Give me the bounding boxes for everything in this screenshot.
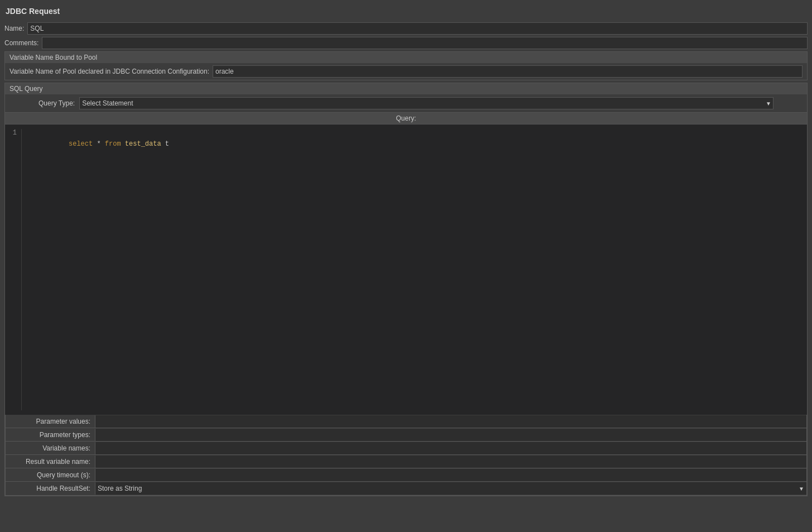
query-label: Query: — [396, 114, 416, 122]
table-alias: t — [161, 140, 169, 148]
keyword-select: select — [69, 140, 93, 148]
code-content[interactable]: select * from test_data t — [22, 129, 807, 410]
page-title: JDBC Request — [4, 4, 808, 18]
pool-row: Variable Name of Pool declared in JDBC C… — [5, 63, 807, 80]
main-container: JDBC Request Name: Comments: Variable Na… — [0, 0, 812, 503]
query-timeout-label: Query timeout (s): — [6, 469, 95, 481]
handle-resultset-label: Handle ResultSet: — [6, 483, 95, 494]
query-timeout-row: Query timeout (s): — [6, 468, 806, 482]
variable-names-label: Variable names: — [6, 443, 95, 454]
name-input[interactable] — [27, 22, 808, 35]
table-name: test_data — [121, 140, 161, 148]
result-variable-name-label: Result variable name: — [6, 456, 95, 467]
parameter-values-label: Parameter values: — [6, 416, 95, 427]
pool-section: Variable Name Bound to Pool Variable Nam… — [4, 51, 808, 80]
pool-input[interactable] — [213, 65, 803, 78]
comments-label: Comments: — [4, 39, 39, 47]
name-label: Name: — [4, 25, 24, 32]
handle-resultset-row: Handle ResultSet: Store as String Store … — [6, 482, 806, 495]
query-type-label: Query Type: — [39, 99, 75, 107]
handle-resultset-select[interactable]: Store as String Store as Object Count Re… — [95, 482, 806, 495]
bottom-section: Parameter values: Parameter types: Varia… — [5, 415, 807, 496]
parameter-types-input[interactable] — [95, 429, 806, 441]
query-timeout-input[interactable] — [95, 469, 806, 481]
parameter-values-input[interactable] — [95, 415, 806, 428]
query-label-row: Query: — [5, 113, 807, 124]
handle-resultset-select-wrapper: Store as String Store as Object Count Re… — [95, 482, 806, 495]
code-editor: 1 select * from test_data t — [5, 124, 807, 415]
variable-names-input[interactable] — [95, 442, 806, 454]
result-variable-name-input[interactable] — [95, 456, 806, 468]
parameter-types-row: Parameter types: — [6, 428, 806, 442]
result-variable-name-row: Result variable name: — [6, 455, 806, 468]
parameter-values-row: Parameter values: — [6, 415, 806, 428]
query-type-row: Query Type: Select Statement Update Stat… — [5, 94, 807, 113]
query-type-select-wrapper: Select Statement Update Statement Callab… — [79, 97, 773, 109]
line-numbers: 1 — [5, 129, 22, 410]
sql-query-section: SQL Query Query Type: Select Statement U… — [4, 83, 808, 496]
comments-row: Comments: — [4, 37, 808, 49]
name-row: Name: — [4, 22, 808, 35]
parameter-types-label: Parameter types: — [6, 429, 95, 440]
variable-names-row: Variable names: — [6, 442, 806, 455]
sql-query-header: SQL Query — [5, 83, 807, 94]
code-line-1: select * from test_data t — [28, 129, 800, 159]
line-number-1: 1 — [9, 129, 17, 137]
keyword-from: from — [105, 140, 121, 148]
pool-label: Variable Name of Pool declared in JDBC C… — [9, 68, 209, 75]
comments-input[interactable] — [42, 37, 808, 49]
pool-header: Variable Name Bound to Pool — [5, 52, 807, 63]
query-type-select[interactable]: Select Statement Update Statement Callab… — [79, 97, 773, 109]
